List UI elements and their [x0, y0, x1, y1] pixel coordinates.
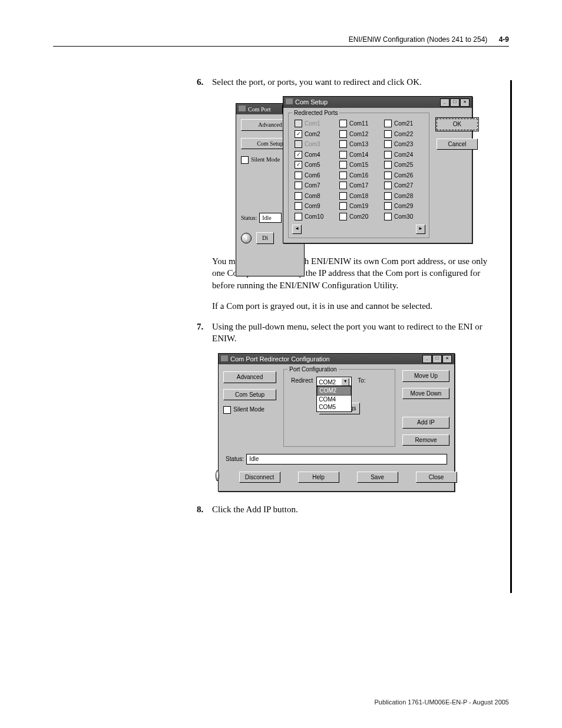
- port-checkbox-com20[interactable]: Com20: [339, 213, 378, 221]
- port-checkbox-com10[interactable]: Com10: [295, 213, 333, 221]
- port-label: Com20: [349, 213, 368, 221]
- port-checkbox-com22[interactable]: Com22: [384, 130, 423, 139]
- port-checkbox-com9[interactable]: Com9: [295, 202, 333, 210]
- checkbox-icon[interactable]: [384, 192, 392, 200]
- checkbox-icon[interactable]: [339, 120, 347, 127]
- minimize-icon[interactable]: _: [440, 98, 449, 107]
- checkbox-icon[interactable]: [339, 140, 347, 148]
- redirect-dropdown[interactable]: COM2COM4COM5: [316, 386, 352, 412]
- header-section: ENI/ENIW Configuration (Nodes 241 to 254…: [349, 35, 487, 44]
- port-checkbox-com24[interactable]: Com24: [384, 151, 423, 159]
- checkbox-icon[interactable]: [339, 192, 347, 200]
- checkbox-icon[interactable]: [295, 172, 302, 179]
- checkbox-icon[interactable]: [339, 182, 347, 189]
- checkbox-icon[interactable]: [384, 202, 392, 210]
- port-checkbox-com12[interactable]: Com12: [339, 130, 378, 139]
- di-button[interactable]: Di: [256, 232, 274, 244]
- port-label: Com4: [305, 151, 320, 159]
- checkbox-icon[interactable]: [339, 130, 347, 138]
- checkbox-icon[interactable]: [384, 172, 392, 179]
- port-checkbox-com15[interactable]: Com15: [339, 161, 378, 169]
- port-checkbox-com11[interactable]: Com11: [339, 120, 378, 128]
- add-ip-button[interactable]: Add IP: [402, 417, 449, 429]
- checkbox-icon[interactable]: [295, 140, 302, 148]
- dropdown-arrow-icon[interactable]: ▼: [341, 378, 349, 386]
- port-checkbox-com13[interactable]: Com13: [339, 140, 378, 149]
- port-checkbox-com17[interactable]: Com17: [339, 182, 378, 190]
- checkbox-icon[interactable]: [339, 161, 347, 169]
- save-button[interactable]: Save: [357, 472, 398, 483]
- dropdown-option[interactable]: COM2: [317, 386, 351, 396]
- checkbox-icon[interactable]: [384, 140, 392, 148]
- checkbox-icon[interactable]: [295, 202, 302, 210]
- dropdown-option[interactable]: COM4: [317, 396, 351, 404]
- port-checkbox-com23[interactable]: Com23: [384, 140, 423, 149]
- port-checkbox-com4[interactable]: Com4: [295, 151, 333, 159]
- maximize-icon[interactable]: □: [432, 355, 442, 363]
- port-checkbox-com5[interactable]: Com5: [295, 161, 333, 169]
- maximize-icon[interactable]: □: [450, 98, 459, 107]
- port-checkbox-com14[interactable]: Com14: [339, 151, 378, 159]
- redirect-port-select[interactable]: COM2 ▼ COM2COM4COM5: [316, 377, 352, 387]
- move-up-button[interactable]: Move Up: [402, 370, 449, 382]
- port-checkbox-com6[interactable]: Com6: [295, 172, 333, 180]
- help-button[interactable]: Help: [298, 472, 339, 483]
- port-checkbox-com29[interactable]: Com29: [384, 202, 423, 210]
- dropdown-option[interactable]: COM5: [317, 403, 351, 411]
- close-button[interactable]: Close: [416, 472, 457, 483]
- port-checkbox-com16[interactable]: Com16: [339, 172, 378, 180]
- checkbox-icon[interactable]: [339, 202, 347, 210]
- port-checkbox-com19[interactable]: Com19: [339, 202, 378, 210]
- checkbox-icon[interactable]: [223, 406, 231, 414]
- move-down-button[interactable]: Move Down: [402, 388, 449, 400]
- advanced-button[interactable]: Advanced: [223, 371, 276, 383]
- port-checkbox-com2[interactable]: Com2: [295, 130, 333, 139]
- port-checkbox-com26[interactable]: Com26: [384, 172, 423, 180]
- checkbox-icon[interactable]: [339, 213, 347, 220]
- port-grid: Com1Com11Com21Com2Com12Com22Com3Com13Com…: [292, 117, 425, 223]
- redirected-ports-label: Redirected Ports: [292, 109, 339, 117]
- port-label: Com2: [305, 130, 320, 139]
- checkbox-icon[interactable]: [339, 151, 347, 159]
- checkbox-icon[interactable]: [295, 120, 302, 127]
- port-label: Com14: [349, 151, 368, 159]
- port-checkbox-com7[interactable]: Com7: [295, 182, 333, 190]
- disconnect-button[interactable]: Disconnect: [239, 472, 280, 483]
- checkbox-icon[interactable]: [241, 156, 249, 164]
- port-checkbox-com21[interactable]: Com21: [384, 120, 423, 128]
- checkbox-icon[interactable]: [384, 213, 392, 220]
- port-checkbox-com8[interactable]: Com8: [295, 192, 333, 200]
- close-icon[interactable]: ×: [442, 355, 452, 363]
- minimize-icon[interactable]: _: [422, 355, 432, 363]
- port-checkbox-com25[interactable]: Com25: [384, 161, 423, 169]
- checkbox-icon[interactable]: [384, 151, 392, 159]
- port-checkbox-com28[interactable]: Com28: [384, 192, 423, 200]
- status-label: Status:: [226, 455, 244, 463]
- checkbox-icon[interactable]: [295, 161, 302, 169]
- remove-button[interactable]: Remove: [402, 434, 449, 446]
- checkbox-icon[interactable]: [295, 192, 302, 200]
- checkbox-icon[interactable]: [295, 213, 302, 220]
- port-checkbox-com30[interactable]: Com30: [384, 213, 423, 221]
- silent-mode-label: Silent Mode: [251, 156, 280, 164]
- close-icon[interactable]: ×: [460, 98, 470, 107]
- scroll-left-icon[interactable]: ◄: [292, 225, 302, 234]
- port-checkbox-com18[interactable]: Com18: [339, 192, 378, 200]
- checkbox-icon[interactable]: [295, 130, 302, 138]
- ok-button[interactable]: OK: [437, 118, 478, 130]
- checkbox-icon[interactable]: [295, 151, 302, 159]
- checkbox-icon[interactable]: [384, 120, 392, 127]
- silent-mode-checkbox[interactable]: Silent Mode: [223, 406, 276, 414]
- scroll-right-icon[interactable]: ►: [416, 225, 425, 234]
- publication-footer: Publication 1761-UM006E-EN-P - August 20…: [375, 699, 510, 706]
- checkbox-icon[interactable]: [384, 182, 392, 189]
- checkbox-icon[interactable]: [295, 182, 302, 189]
- cancel-button[interactable]: Cancel: [437, 139, 478, 150]
- com-setup-button[interactable]: Com Setup: [223, 389, 276, 401]
- checkbox-icon[interactable]: [339, 172, 347, 179]
- checkbox-icon[interactable]: [384, 130, 392, 138]
- checkbox-icon[interactable]: [384, 161, 392, 169]
- redirect-label: Redirect: [291, 377, 313, 385]
- margin-bar: [510, 80, 512, 593]
- port-checkbox-com27[interactable]: Com27: [384, 182, 423, 190]
